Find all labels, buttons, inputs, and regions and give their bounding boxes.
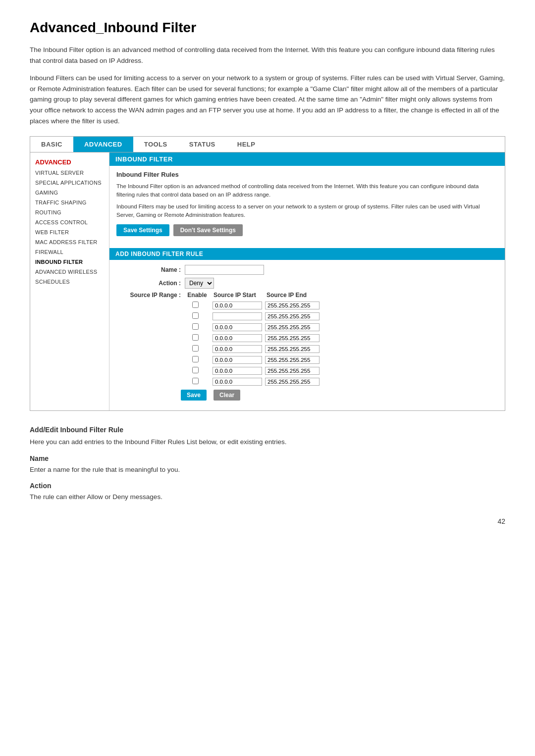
- ip-row-4-enable[interactable]: [192, 334, 199, 341]
- source-ip-header-row: Source IP Range : Enable Source IP Start…: [116, 292, 498, 299]
- ip-row-4-start[interactable]: [213, 334, 262, 342]
- sidebar-item-firewall[interactable]: FIREWALL: [30, 247, 109, 257]
- intro-paragraph-1: The Inbound Filter option is an advanced…: [30, 45, 505, 66]
- ip-row-6-start[interactable]: [213, 356, 262, 364]
- enable-col-header: Enable: [185, 292, 210, 299]
- ip-row-7-start[interactable]: [213, 367, 262, 375]
- ip-row-7: [181, 367, 498, 375]
- main-layout: ADVANCED VIRTUAL SERVER SPECIAL APPLICAT…: [30, 152, 505, 410]
- sidebar-item-special-applications[interactable]: SPECIAL APPLICATIONS: [30, 178, 109, 188]
- doc-name-desc: Enter a name for the rule that is meanin…: [30, 464, 505, 475]
- sidebar-item-schedules[interactable]: SCHEDULES: [30, 277, 109, 287]
- save-settings-button[interactable]: Save Settings: [116, 224, 169, 236]
- ip-row-6-enable[interactable]: [192, 356, 199, 362]
- dont-save-settings-button[interactable]: Don't Save Settings: [173, 224, 243, 236]
- content-header: INBOUND FILTER: [109, 152, 505, 166]
- name-input[interactable]: [185, 265, 264, 275]
- content-body: Inbound Filter Rules The Inbound Filter …: [109, 166, 505, 246]
- content-desc-1: The Inbound Filter option is an advanced…: [116, 182, 498, 200]
- ip-row-3-end[interactable]: [265, 323, 320, 331]
- ip-row-8-start[interactable]: [213, 378, 262, 386]
- sidebar-item-mac-address-filter[interactable]: MAC ADDRESS FILTER: [30, 237, 109, 247]
- ip-row-8: [181, 378, 498, 386]
- sidebar-item-web-filter[interactable]: WEB FILTER: [30, 227, 109, 237]
- sidebar-item-gaming[interactable]: GAMING: [30, 188, 109, 198]
- action-row: Action : Deny Allow: [116, 278, 498, 289]
- doc-section: Add/Edit Inbound Filter Rule Here you ca…: [30, 426, 505, 503]
- ip-row-4: [181, 334, 498, 342]
- add-rule-form: Name : Action : Deny Allow Source IP Ran…: [109, 260, 505, 410]
- source-ip-end-header: Source IP End: [267, 292, 307, 299]
- ip-row-6-end[interactable]: [265, 356, 320, 364]
- nav-help[interactable]: HELP: [226, 137, 267, 152]
- ip-row-1-start[interactable]: [213, 302, 262, 309]
- source-ip-start-header: Source IP Start: [210, 292, 267, 299]
- ip-row-3-enable[interactable]: [192, 323, 199, 330]
- sidebar-item-advanced-wireless[interactable]: ADVANCED WIRELESS: [30, 267, 109, 277]
- ip-row-6: [181, 356, 498, 364]
- ip-row-2: [181, 312, 498, 320]
- doc-action-title: Action: [30, 482, 505, 490]
- ip-row-1-end[interactable]: [265, 302, 320, 309]
- nav-status[interactable]: STATUS: [178, 137, 226, 152]
- ip-rows-container: [116, 302, 498, 386]
- ip-row-5-enable[interactable]: [192, 345, 199, 352]
- content-area: INBOUND FILTER Inbound Filter Rules The …: [109, 152, 505, 410]
- nav-basic[interactable]: BASIC: [30, 137, 73, 152]
- nav-bar: BASIC ADVANCED TOOLS STATUS HELP: [30, 137, 505, 152]
- sidebar-item-access-control[interactable]: ACCESS CONTROL: [30, 217, 109, 227]
- nav-advanced[interactable]: ADVANCED: [73, 137, 133, 152]
- page-number: 42: [30, 517, 505, 525]
- ip-row-1: [181, 302, 498, 309]
- name-row: Name :: [116, 265, 498, 275]
- intro-paragraph-2: Inbound Filters can be used for limiting…: [30, 73, 505, 126]
- sidebar-section-title: ADVANCED: [30, 155, 109, 168]
- source-ip-range-label: Source IP Range :: [116, 292, 181, 299]
- ip-row-5-start[interactable]: [213, 345, 262, 353]
- nav-tools[interactable]: TOOLS: [133, 137, 178, 152]
- add-filter-rule-header: ADD INBOUND FILTER RULE: [109, 248, 505, 260]
- save-rule-button[interactable]: Save: [181, 390, 207, 401]
- ip-row-2-enable[interactable]: [192, 312, 199, 319]
- settings-btn-row: Save Settings Don't Save Settings: [116, 224, 498, 236]
- doc-name-title: Name: [30, 454, 505, 462]
- ip-row-8-end[interactable]: [265, 378, 320, 386]
- clear-rule-button[interactable]: Clear: [214, 390, 240, 401]
- sidebar-item-routing[interactable]: ROUTING: [30, 207, 109, 217]
- sidebar-item-traffic-shaping[interactable]: TRAFFIC SHAPING: [30, 198, 109, 207]
- page-title: Advanced_Inbound Filter: [30, 20, 505, 36]
- ip-row-2-start[interactable]: [213, 312, 262, 320]
- ip-row-3-start[interactable]: [213, 323, 262, 331]
- ip-row-7-end[interactable]: [265, 367, 320, 375]
- content-desc-2: Inbound Filters may be used for limiting…: [116, 202, 498, 220]
- ip-row-7-enable[interactable]: [192, 367, 199, 373]
- action-select[interactable]: Deny Allow: [185, 278, 214, 289]
- sidebar-item-inbound-filter[interactable]: INBOUND FILTER: [30, 257, 109, 267]
- form-btn-row: Save Clear: [181, 390, 498, 401]
- ip-row-8-enable[interactable]: [192, 378, 199, 384]
- ip-row-3: [181, 323, 498, 331]
- ip-row-4-end[interactable]: [265, 334, 320, 342]
- action-label: Action :: [116, 280, 181, 287]
- ip-row-2-end[interactable]: [265, 312, 320, 320]
- content-subtitle: Inbound Filter Rules: [116, 171, 498, 178]
- doc-section-desc: Here you can add entries to the Inbound …: [30, 437, 505, 448]
- sidebar: ADVANCED VIRTUAL SERVER SPECIAL APPLICAT…: [30, 152, 109, 410]
- sidebar-item-virtual-server[interactable]: VIRTUAL SERVER: [30, 168, 109, 178]
- ip-row-5-end[interactable]: [265, 345, 320, 353]
- name-label: Name :: [116, 266, 181, 273]
- ip-row-1-enable[interactable]: [192, 302, 199, 308]
- doc-action-desc: The rule can either Allow or Deny messag…: [30, 492, 505, 503]
- router-ui-panel: BASIC ADVANCED TOOLS STATUS HELP ADVANCE…: [30, 136, 505, 411]
- doc-section-title: Add/Edit Inbound Filter Rule: [30, 426, 505, 434]
- ip-row-5: [181, 345, 498, 353]
